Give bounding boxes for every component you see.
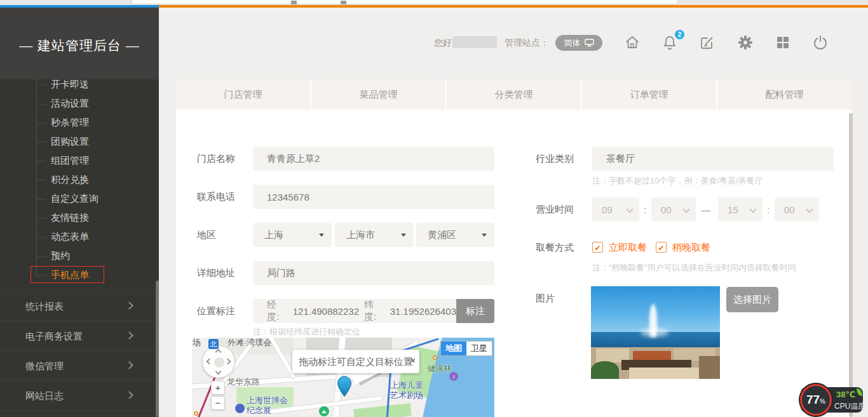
choose-image-button[interactable]: 选择图片: [726, 287, 778, 312]
satellite-view-button[interactable]: 卫星: [466, 341, 492, 355]
sidebar-item-zutuanguanli[interactable]: 组团管理: [51, 155, 89, 167]
photo-fountain-mist: [641, 328, 668, 337]
district-select[interactable]: 黄浦区: [416, 223, 494, 247]
time-colon: :: [767, 204, 770, 215]
chevron-down-icon: [626, 206, 633, 213]
province-select[interactable]: 上海: [253, 223, 332, 247]
sidebar-section-dianzishangwu[interactable]: 电子商务设置: [0, 321, 159, 350]
map-type-switch: 地图 卫星: [440, 341, 492, 356]
pickup-now-option[interactable]: 立即取餐: [609, 242, 647, 254]
gear-icon[interactable]: [737, 34, 754, 51]
tab-category-management[interactable]: 分类管理: [447, 79, 582, 110]
sidebar-section-weixinguanli[interactable]: 微信管理: [0, 350, 159, 380]
poi-dot: [433, 355, 437, 360]
tab-dish-management[interactable]: 菜品管理: [311, 79, 447, 110]
map-widget[interactable]: 场 外滩·湾璞会 龙华东路 上海世博会 纪念展 上海儿童 艺术剧场 健康林 ♪ …: [192, 338, 494, 417]
chevron-right-icon: [125, 391, 133, 399]
music-poi-icon: ♪: [449, 372, 458, 381]
start-hour-select[interactable]: 09: [592, 197, 639, 222]
sidebar-item-dongtaibiaodan[interactable]: 动态表单: [51, 231, 89, 243]
pan-up-arrow[interactable]: [215, 349, 222, 355]
map-label: 上海世博会 纪念展: [247, 395, 288, 416]
divider: [0, 410, 159, 411]
cpu-temp-value: 38℃: [836, 390, 855, 399]
sidebar-item-youqinglianjie[interactable]: 友情链接: [51, 212, 89, 224]
lat-label: 纬度:: [364, 299, 385, 323]
map-pin-icon[interactable]: [337, 376, 352, 397]
map-tooltip: 拖动标注可自定义目标位置 ×: [292, 350, 419, 373]
lng-value: 121.490882232: [293, 306, 359, 317]
chevron-right-icon: [125, 331, 133, 340]
sidebar-section-tongjibaobiao[interactable]: 统计报表: [0, 291, 159, 321]
coordinates-field[interactable]: 经度: 121.490882232 纬度: 31.1952626403: [253, 299, 456, 323]
map-label: 健康林: [427, 364, 452, 374]
phone-input[interactable]: 12345678: [253, 185, 494, 209]
tab-ingredient-management[interactable]: 配料管理: [717, 79, 851, 110]
chevron-down-icon: [749, 206, 756, 213]
browser-icon: [341, 1, 346, 4]
museum-poi-icon: [235, 404, 245, 413]
pickup-later-checkbox[interactable]: [656, 242, 667, 253]
image-label: 图片: [536, 293, 555, 305]
sidebar-item-kaikajisong[interactable]: 开卡即送: [51, 79, 89, 91]
mark-location-button[interactable]: 标注: [456, 299, 494, 323]
sidebar-item-huodongshezhi[interactable]: 活动设置: [51, 98, 89, 110]
store-name-label: 门店名称: [197, 153, 235, 165]
pickup-note: 注：“稍晚取餐”用户可以选择在营业时间内选择取餐时间: [592, 262, 796, 274]
lng-label: 经度:: [267, 299, 288, 323]
chevron-right-icon: [125, 301, 133, 310]
sidebar-item-jifenduihuan[interactable]: 积分兑换: [51, 174, 89, 186]
tab-store-management[interactable]: 门店管理: [176, 79, 311, 110]
industry-label: 行业类别: [536, 153, 574, 165]
active-item-highlight-box: [31, 266, 104, 283]
content-scrollbar[interactable]: [849, 113, 853, 417]
map-zoom-in-button[interactable]: +: [211, 381, 225, 395]
tab-order-management[interactable]: 订单管理: [582, 79, 717, 110]
sidebar-section-wangzhanrizhi[interactable]: 网站日志: [0, 380, 159, 410]
pickup-now-checkbox[interactable]: [592, 242, 603, 253]
address-label: 详细地址: [197, 267, 235, 279]
edit-icon[interactable]: [699, 34, 715, 51]
start-minute-select[interactable]: 00: [651, 197, 696, 222]
sidebar-item-zidingyichaxun[interactable]: 自定义查询: [51, 193, 98, 205]
browser-strip: [0, 0, 868, 5]
pan-down-arrow[interactable]: [215, 369, 222, 375]
map-zoom-out-button[interactable]: −: [211, 396, 225, 410]
region-label: 地区: [197, 229, 216, 241]
time-colon: :: [644, 204, 646, 215]
sidebar-item-miaoshaguanli[interactable]: 秒杀管理: [51, 117, 89, 129]
tab-bar: 门店管理 菜品管理 分类管理 订单管理 配料管理: [176, 79, 851, 110]
pan-left-arrow[interactable]: [207, 359, 213, 365]
industry-note: 注：字数不超过10个字，例：美食/粤菜/茶餐厅: [592, 175, 763, 187]
power-icon[interactable]: [812, 34, 829, 51]
pan-right-arrow[interactable]: [225, 359, 231, 365]
end-hour-select[interactable]: 15: [718, 197, 763, 222]
app-title: — 建站管理后台 —: [0, 37, 159, 55]
north-indicator: 北: [208, 339, 219, 349]
park-poi-icon: [319, 406, 329, 416]
home-icon[interactable]: [624, 34, 641, 51]
city-select[interactable]: 上海市: [335, 223, 414, 247]
sidebar-item-tuangoushezhi[interactable]: 团购设置: [51, 136, 89, 148]
end-minute-select[interactable]: 00: [775, 197, 819, 222]
tree-line: [36, 79, 37, 277]
map-compass-control[interactable]: [202, 345, 235, 378]
language-pill-button[interactable]: 简体: [555, 35, 602, 51]
username-redacted: [452, 36, 497, 48]
monitor-icon: [585, 39, 594, 47]
time-dash: —: [701, 204, 710, 215]
pickup-later-option[interactable]: 稍晚取餐: [672, 242, 710, 254]
apps-grid-icon[interactable]: [775, 34, 791, 51]
map-view-button[interactable]: 地图: [441, 341, 466, 355]
sidebar-header: — 建站管理后台 —: [0, 8, 159, 79]
sidebar-item-yuyue[interactable]: 预约: [51, 250, 70, 262]
industry-input[interactable]: 茶餐厅: [592, 147, 834, 171]
compass-knob[interactable]: [214, 357, 224, 367]
sidebar-scrollbar[interactable]: [156, 281, 159, 417]
store-name-input[interactable]: 青青原上草2: [253, 147, 494, 171]
address-input[interactable]: 局门路: [253, 261, 494, 285]
phone-label: 联系电话: [197, 191, 235, 203]
browser-address-bar[interactable]: [132, 0, 678, 4]
notification-badge: 2: [675, 30, 684, 39]
close-icon[interactable]: ×: [410, 349, 416, 373]
